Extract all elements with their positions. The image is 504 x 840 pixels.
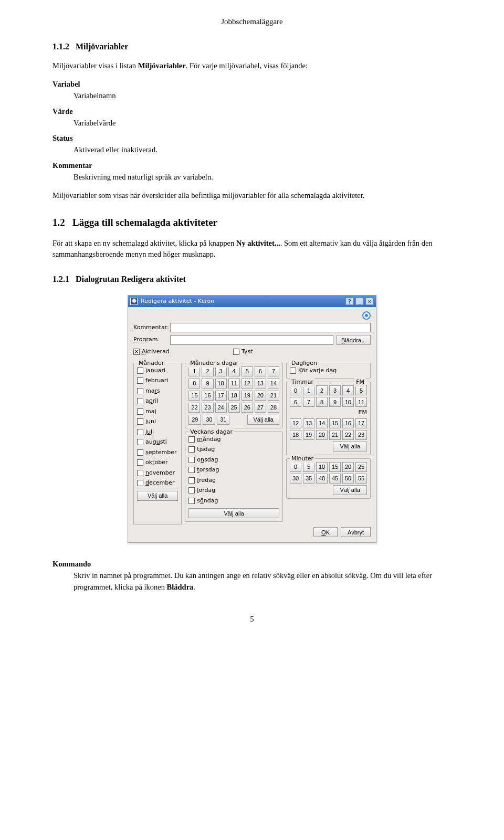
select-all-weekdays-button[interactable]: Välj alla <box>188 508 279 518</box>
day-button[interactable]: 10 <box>215 379 227 388</box>
help-button[interactable]: ? <box>345 298 354 305</box>
tyst-checkbox[interactable]: Tyst <box>233 348 253 356</box>
select-all-days-button[interactable]: Välj alla <box>247 415 279 425</box>
day-button[interactable]: 27 <box>255 403 266 413</box>
minute-button[interactable]: 10 <box>316 462 328 472</box>
hour-button[interactable]: 16 <box>342 418 354 428</box>
month-checkbox[interactable]: december <box>137 479 178 488</box>
cancel-button[interactable]: Avbryt <box>341 527 371 537</box>
minute-button[interactable]: 30 <box>290 474 301 484</box>
month-checkbox[interactable]: maj <box>137 407 178 416</box>
day-button[interactable]: 12 <box>242 379 253 388</box>
weekday-checkbox[interactable]: lördag <box>188 486 279 495</box>
weekday-checkbox[interactable]: söndag <box>188 497 279 506</box>
day-button[interactable]: 7 <box>268 366 279 376</box>
weekday-checkbox[interactable]: torsdag <box>188 466 279 475</box>
hour-button[interactable]: 19 <box>303 430 314 440</box>
hour-button[interactable]: 22 <box>342 430 354 440</box>
hour-button[interactable]: 7 <box>303 397 314 407</box>
month-checkbox[interactable]: april <box>137 397 178 406</box>
day-button[interactable]: 18 <box>228 391 240 401</box>
kommentar-input[interactable] <box>170 323 371 332</box>
hour-button[interactable]: 12 <box>290 418 301 428</box>
hour-button[interactable]: 11 <box>355 397 367 407</box>
day-button[interactable]: 24 <box>215 403 227 413</box>
day-button[interactable]: 30 <box>203 415 215 425</box>
hour-button[interactable]: 14 <box>316 418 328 428</box>
dialog-titlebar[interactable]: ⌚ Redigera aktivitet - Kcron ? _ ✕ <box>128 296 376 307</box>
hour-button[interactable]: 20 <box>316 430 328 440</box>
day-button[interactable]: 9 <box>202 379 213 388</box>
hour-button[interactable]: 5 <box>355 385 367 395</box>
day-button[interactable]: 20 <box>255 391 266 401</box>
day-button[interactable]: 5 <box>242 366 253 376</box>
day-button[interactable]: 6 <box>255 366 266 376</box>
day-button[interactable]: 16 <box>202 391 213 401</box>
month-checkbox[interactable]: februari <box>137 376 178 385</box>
hour-button[interactable]: 3 <box>329 385 341 395</box>
day-button[interactable]: 2 <box>202 366 213 376</box>
hour-button[interactable]: 17 <box>355 418 367 428</box>
minute-button[interactable]: 0 <box>290 462 301 472</box>
select-all-months-button[interactable]: Välj alla <box>137 491 178 501</box>
weekday-checkbox[interactable]: fredag <box>188 476 279 485</box>
day-button[interactable]: 15 <box>188 391 200 401</box>
day-button[interactable]: 19 <box>242 391 253 401</box>
month-checkbox[interactable]: september <box>137 448 178 457</box>
day-button[interactable]: 26 <box>242 403 253 413</box>
day-button[interactable]: 4 <box>228 366 240 376</box>
hour-button[interactable]: 9 <box>329 397 341 407</box>
day-button[interactable]: 21 <box>268 391 279 401</box>
day-button[interactable]: 13 <box>255 379 266 388</box>
program-input[interactable] <box>170 335 333 345</box>
minute-button[interactable]: 25 <box>355 462 367 472</box>
minute-button[interactable]: 50 <box>342 474 354 484</box>
day-button[interactable]: 23 <box>202 403 213 413</box>
weekday-checkbox[interactable]: tisdag <box>188 445 279 454</box>
hour-button[interactable]: 15 <box>329 418 341 428</box>
day-button[interactable]: 8 <box>188 379 200 388</box>
month-checkbox[interactable]: mars <box>137 387 178 396</box>
day-button[interactable]: 17 <box>215 391 227 401</box>
month-checkbox[interactable]: november <box>137 469 178 478</box>
hour-button[interactable]: 8 <box>316 397 328 407</box>
day-button[interactable]: 31 <box>217 415 229 425</box>
day-button[interactable]: 25 <box>228 403 240 413</box>
hour-button[interactable]: 4 <box>342 385 354 395</box>
minute-button[interactable]: 5 <box>303 462 314 472</box>
settings-icon[interactable] <box>362 311 371 320</box>
month-checkbox[interactable]: augusti <box>137 438 178 447</box>
minute-button[interactable]: 20 <box>342 462 354 472</box>
select-all-minutes-button[interactable]: Välj alla <box>333 485 367 495</box>
minute-button[interactable]: 15 <box>329 462 341 472</box>
day-button[interactable]: 3 <box>215 366 227 376</box>
hour-button[interactable]: 18 <box>290 430 301 440</box>
day-button[interactable]: 11 <box>228 379 240 388</box>
hour-button[interactable]: 6 <box>290 397 301 407</box>
hour-button[interactable]: 2 <box>316 385 328 395</box>
weekday-checkbox[interactable]: onsdag <box>188 456 279 465</box>
ok-button[interactable]: OK <box>313 527 338 537</box>
month-checkbox[interactable]: juni <box>137 417 178 426</box>
hour-button[interactable]: 13 <box>303 418 314 428</box>
minute-button[interactable]: 35 <box>303 474 314 484</box>
browse-button[interactable]: Bläddra... <box>337 335 371 345</box>
select-all-hours-button[interactable]: Välj alla <box>333 442 367 452</box>
hour-button[interactable]: 23 <box>355 430 367 440</box>
day-button[interactable]: 22 <box>188 403 200 413</box>
hour-button[interactable]: 1 <box>303 385 314 395</box>
month-checkbox[interactable]: oktober <box>137 458 178 467</box>
minute-button[interactable]: 45 <box>329 474 341 484</box>
day-button[interactable]: 29 <box>188 415 201 425</box>
close-button[interactable]: ✕ <box>365 298 374 305</box>
month-checkbox[interactable]: juli <box>137 428 178 437</box>
day-button[interactable]: 14 <box>268 379 279 388</box>
day-button[interactable]: 1 <box>188 366 200 376</box>
day-button[interactable]: 28 <box>268 403 279 413</box>
minute-button[interactable]: 55 <box>355 474 367 484</box>
hour-button[interactable]: 0 <box>290 385 301 395</box>
minimize-button[interactable]: _ <box>355 298 364 305</box>
aktiverad-checkbox[interactable]: Aktiverad <box>133 348 233 356</box>
hour-button[interactable]: 21 <box>329 430 341 440</box>
minute-button[interactable]: 40 <box>316 474 328 484</box>
